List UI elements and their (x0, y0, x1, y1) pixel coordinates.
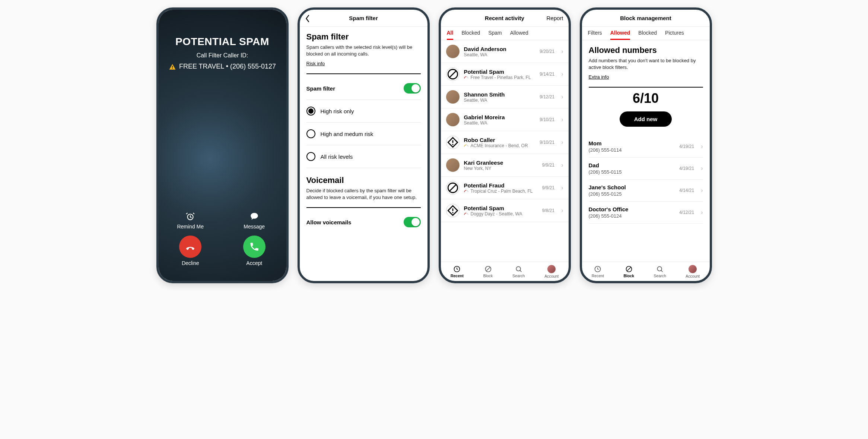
svg-point-14 (516, 266, 521, 271)
add-new-button[interactable]: Add new (620, 111, 672, 127)
allow-voicemail-toggle[interactable] (404, 217, 421, 227)
chevron-right-icon: › (561, 48, 563, 55)
bottom-tab-search[interactable]: Search (512, 265, 525, 278)
tab-spam[interactable]: Spam (488, 30, 502, 40)
phone-incoming-call: POTENTIAL SPAM Call Filter Caller ID: FR… (156, 7, 289, 283)
allowed-list: Mom (206) 555-0114 4/19/21 › Dad (206) 5… (589, 136, 703, 224)
allow-voicemail-label: Allow voicemails (306, 219, 352, 225)
activity-item[interactable]: Robo Caller ACME Insurance - Bend, OR 9/… (441, 131, 569, 154)
activity-info: Potential Fraud Tropical Cruz - Palm Bea… (464, 182, 538, 194)
activity-info: Robo Caller ACME Insurance - Bend, OR (464, 137, 535, 148)
radio-icon (306, 129, 315, 138)
bottom-tab-label: Recent (592, 274, 604, 278)
activity-item[interactable]: Kari Granleese New York, NY 9/9/21 › (441, 154, 569, 177)
svg-point-10 (452, 212, 453, 213)
risk-option-label: High and medum risk (321, 131, 373, 137)
tab-blocked[interactable]: Blocked (638, 30, 657, 40)
tab-allowed[interactable]: Allowed (510, 30, 528, 40)
allowed-date: 4/19/21 (679, 166, 694, 171)
tab-allowed[interactable]: Allowed (610, 30, 630, 40)
tab-pictures[interactable]: Pictures (665, 30, 684, 40)
allowed-name: Doctor's Office (589, 206, 675, 212)
bottom-tab-label: Recent (451, 274, 464, 278)
allowed-item[interactable]: Mom (206) 555-0114 4/19/21 › (589, 136, 703, 158)
activity-sub: Seattle, WA (464, 120, 535, 126)
chevron-right-icon: › (701, 165, 703, 172)
chevron-right-icon: › (561, 162, 563, 168)
accept-button[interactable]: Accept (243, 236, 266, 266)
extra-info-link[interactable]: Extra info (589, 74, 609, 80)
topbar-title: Spam filter (349, 15, 378, 21)
activity-item[interactable]: Potential Fraud Tropical Cruz - Palm Bea… (441, 177, 569, 199)
bottom-tab-search[interactable]: Search (654, 265, 666, 278)
svg-line-13 (486, 267, 490, 271)
activity-item[interactable]: Shannon Smith Seattle, WA 9/12/21 › (441, 86, 569, 108)
tab-all[interactable]: All (447, 30, 454, 40)
bottom-tab-recent[interactable]: Recent (592, 265, 604, 278)
account-avatar-icon (547, 265, 556, 273)
chevron-right-icon: › (561, 184, 563, 191)
activity-date: 9/9/21 (542, 162, 554, 168)
svg-line-4 (449, 71, 456, 78)
svg-line-8 (449, 185, 456, 191)
chevron-right-icon: › (561, 139, 563, 146)
activity-sub: New York, NY (464, 166, 538, 171)
activity-item[interactable]: Potential Spam Free Travel - Pinellas Pa… (441, 63, 569, 86)
activity-item[interactable]: Potential Spam Doggy Dayz - Seattle, WA … (441, 199, 569, 222)
allowed-info: Mom (206) 555-0114 (589, 140, 675, 153)
bottom-tab-account[interactable]: Account (544, 265, 559, 278)
spam-filter-toggle[interactable] (404, 83, 421, 94)
bottom-tab-block[interactable]: Block (623, 265, 634, 278)
decline-button[interactable]: Decline (179, 236, 201, 266)
spam-filter-toggle-row: Spam filter (306, 77, 421, 100)
activity-item[interactable]: David Anderson Seattle, WA 9/20/21 › (441, 40, 569, 63)
activity-item[interactable]: Gabriel Moreira Seattle, WA 9/10/21 › (441, 108, 569, 131)
divider (306, 207, 421, 208)
call-spam-title: POTENTIAL SPAM (175, 36, 269, 48)
activity-name: Potential Fraud (464, 182, 538, 189)
bottom-tab-account[interactable]: Account (686, 265, 700, 278)
message-button[interactable]: Message (244, 212, 265, 230)
chevron-right-icon: › (561, 116, 563, 123)
allowed-item[interactable]: Jane's School (206) 555-0125 4/14/21 › (589, 180, 703, 202)
allowed-number: (206) 555-0125 (589, 191, 675, 197)
allowed-date: 4/12/21 (679, 210, 694, 215)
bottom-tab-recent[interactable]: Recent (451, 265, 464, 278)
spam-blocked-icon (446, 68, 459, 80)
back-button[interactable] (305, 14, 310, 22)
activity-sub: Tropical Cruz - Palm Beach, FL (464, 189, 538, 194)
risk-option-2[interactable]: All risk levels (306, 145, 421, 168)
bottom-nav: RecentBlockSearchAccount (582, 262, 710, 281)
report-button[interactable]: Report (546, 15, 563, 21)
allowed-date: 4/14/21 (679, 188, 694, 193)
remind-me-label: Remind Me (177, 224, 204, 230)
allowed-number: (206) 555-0115 (589, 169, 675, 175)
message-label: Message (244, 224, 265, 230)
risk-option-1[interactable]: High and medum risk (306, 123, 421, 145)
topbar: Block management (582, 10, 710, 27)
tab-blocked[interactable]: Blocked (461, 30, 480, 40)
allowed-name: Dad (589, 162, 675, 168)
allowed-number: (206) 555-0114 (589, 147, 675, 153)
warning-icon (446, 204, 459, 217)
activity-info: Shannon Smith Seattle, WA (464, 91, 535, 103)
recent-activity-screen: Recent activity Report AllBlockedSpamAll… (441, 10, 569, 281)
warning-icon (446, 136, 459, 149)
call-subtitle: Call Filter Caller ID: (197, 52, 248, 59)
remind-me-button[interactable]: Remind Me (177, 212, 204, 230)
bottom-tab-label: Block (483, 274, 493, 278)
tab-filters[interactable]: Filters (588, 30, 602, 40)
activity-name: Gabriel Moreira (464, 114, 535, 120)
risk-option-0[interactable]: High risk only (306, 100, 421, 123)
allowed-content: Allowed numbers Add numbers that you don… (582, 40, 710, 262)
risk-info-link[interactable]: Risk info (306, 61, 325, 66)
topbar-title: Recent activity (485, 15, 524, 21)
chevron-right-icon: › (701, 209, 703, 216)
svg-rect-1 (172, 68, 173, 69)
risk-option-label: High risk only (321, 108, 354, 114)
allowed-item[interactable]: Doctor's Office (206) 555-0124 4/12/21 › (589, 202, 703, 224)
bottom-tab-block[interactable]: Block (483, 265, 493, 278)
allowed-item[interactable]: Dad (206) 555-0115 4/19/21 › (589, 158, 703, 180)
activity-date: 9/10/21 (540, 140, 554, 145)
activity-name: Potential Spam (464, 69, 535, 75)
